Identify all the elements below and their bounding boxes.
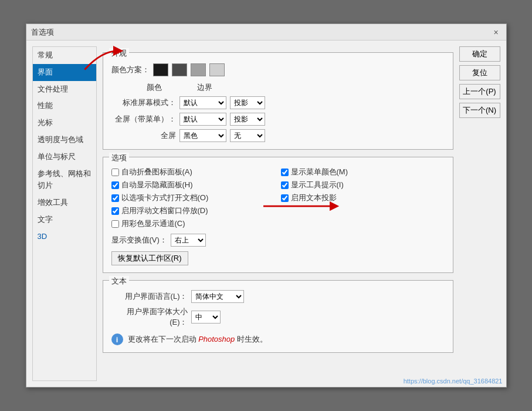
fullscreen-menu-label: 全屏（带菜单）：	[111, 114, 176, 124]
standard-screen-label: 标准屏幕模式：	[111, 97, 176, 108]
lang-label: 用户界面语言(L)：	[111, 291, 188, 302]
right-buttons: 确定 复位 上一个(P) 下一个(N)	[459, 46, 500, 381]
fullscreen-menu-border[interactable]: 投影	[230, 113, 265, 126]
menu-color-label: 显示菜单颜色(M)	[291, 167, 348, 177]
auto-show-label: 自动显示隐藏面板(H)	[121, 180, 193, 190]
options-section: 选项 自动折叠图标面板(A) 自动显示隐藏面板(H)	[103, 157, 453, 273]
left-checkboxes: 自动折叠图标面板(A) 自动显示隐藏面板(H) 以选项卡方式打开文档(O)	[111, 164, 275, 229]
sidebar-item-8[interactable]: 增效工具	[33, 194, 96, 211]
title-bar: 首选项 ×	[26, 24, 506, 41]
sidebar-item-7[interactable]: 参考线、网格和切片	[33, 166, 96, 195]
font-select[interactable]: 小 中 大	[191, 311, 221, 324]
tab-open-label: 以选项卡方式打开文档(O)	[121, 193, 209, 203]
swatch-2[interactable]	[172, 63, 187, 76]
text-section: 文本 用户界面语言(L)： 简体中文 用户界面字体大小(E)： 小 中 大	[103, 280, 453, 353]
color-channel-label: 用彩色显示通道(C)	[121, 218, 185, 229]
display-transform-label: 显示变换值(V)：	[111, 235, 167, 245]
color-header-row: 颜色 边界	[147, 82, 445, 93]
menu-color-checkbox[interactable]	[281, 169, 289, 176]
sidebar-item-6[interactable]: 单位与标尺	[33, 149, 96, 166]
swatch-4[interactable]	[209, 63, 225, 76]
dialog-title: 首选项	[31, 27, 54, 38]
info-icon: i	[111, 333, 123, 345]
content-area: 外观 颜色方案： 颜色 边界 标准屏幕模式： 默认	[103, 46, 453, 381]
tab-open-checkbox[interactable]	[111, 194, 119, 202]
color-scheme-label: 颜色方案：	[111, 65, 150, 75]
next-button[interactable]: 下一个(N)	[459, 103, 500, 118]
color-channel-checkbox[interactable]	[111, 220, 119, 228]
lang-row: 用户界面语言(L)： 简体中文	[111, 290, 445, 303]
cb-color-channel: 用彩色显示通道(C)	[111, 218, 275, 229]
options-title: 选项	[109, 153, 129, 163]
prev-button[interactable]: 上一个(P)	[459, 84, 500, 99]
restore-workspace-button[interactable]: 恢复默认工作区(R)	[111, 251, 188, 265]
checkboxes-grid: 自动折叠图标面板(A) 自动显示隐藏面板(H) 以选项卡方式打开文档(O)	[111, 164, 445, 229]
fullscreen-color[interactable]: 黑色	[179, 129, 226, 142]
fullscreen-menu-row: 全屏（带菜单）： 默认 投影	[111, 113, 445, 126]
tooltip-checkbox[interactable]	[281, 181, 289, 189]
lang-select[interactable]: 简体中文	[191, 290, 244, 303]
tooltip-label: 显示工具提示(I)	[291, 180, 344, 190]
swatch-3[interactable]	[191, 63, 206, 76]
sidebar-item-5[interactable]: 透明度与色域	[33, 132, 96, 149]
text-shadow-label: 启用文本投影	[291, 193, 337, 203]
cb-auto-collapse: 自动折叠图标面板(A)	[111, 167, 275, 177]
fullscreen-border[interactable]: 无	[230, 129, 265, 142]
cb-float-dock: 启用浮动文档窗口停放(D)	[111, 206, 275, 216]
right-checkboxes: 显示菜单颜色(M) 显示工具提示(I) 启用文本投影	[281, 164, 445, 229]
display-transform-row: 显示变换值(V)： 右上 左上 左下 右下	[111, 234, 445, 247]
watermark: https://blog.csdn.net/qq_31684821	[404, 378, 503, 385]
float-dock-label: 启用浮动文档窗口停放(D)	[121, 206, 208, 216]
auto-collapse-checkbox[interactable]	[111, 169, 119, 176]
col-border-header: 边界	[197, 82, 212, 93]
sidebar-item-3[interactable]: 性能	[33, 97, 96, 114]
dialog-body: 常规界面文件处理性能光标透明度与色域单位与标尺参考线、网格和切片增效工具文字3D…	[26, 41, 506, 387]
float-dock-checkbox[interactable]	[111, 207, 119, 215]
fullscreen-row: 全屏 黑色 无	[111, 129, 445, 142]
appearance-title: 外观	[109, 48, 129, 59]
fullscreen-menu-color[interactable]: 默认	[179, 113, 226, 126]
sidebar-item-10[interactable]: 3D	[33, 228, 96, 245]
standard-screen-border[interactable]: 投影	[230, 96, 265, 109]
info-row: i 更改将在下一次启动 Photoshop 时生效。	[111, 333, 445, 345]
sidebar: 常规界面文件处理性能光标透明度与色域单位与标尺参考线、网格和切片增效工具文字3D	[32, 46, 97, 381]
reset-button[interactable]: 复位	[459, 65, 500, 80]
color-scheme-row: 颜色方案：	[111, 63, 445, 76]
font-label: 用户界面字体大小(E)：	[111, 306, 188, 328]
preferences-dialog: 首选项 × 常规界面文件处理性能光标透明度与色域单位与标尺参考线、网格和切片增效…	[26, 23, 507, 388]
cb-menu-color: 显示菜单颜色(M)	[281, 167, 445, 177]
close-button[interactable]: ×	[491, 27, 501, 38]
cb-tooltip: 显示工具提示(I)	[281, 180, 445, 190]
font-row: 用户界面字体大小(E)： 小 中 大	[111, 306, 445, 328]
auto-collapse-label: 自动折叠图标面板(A)	[121, 167, 192, 177]
confirm-button[interactable]: 确定	[459, 46, 500, 62]
cb-auto-show: 自动显示隐藏面板(H)	[111, 180, 275, 190]
sidebar-item-4[interactable]: 光标	[33, 114, 96, 132]
cb-text-shadow: 启用文本投影	[281, 193, 445, 203]
swatch-1[interactable]	[153, 63, 168, 76]
display-transform-select[interactable]: 右上 左上 左下 右下	[171, 234, 206, 247]
text-shadow-checkbox[interactable]	[281, 194, 289, 202]
standard-screen-color[interactable]: 默认	[179, 96, 226, 109]
standard-screen-row: 标准屏幕模式： 默认 投影	[111, 96, 445, 109]
sidebar-item-0[interactable]: 常规	[33, 47, 96, 64]
col-color-header: 颜色	[147, 82, 162, 93]
sidebar-item-9[interactable]: 文字	[33, 211, 96, 228]
cb-tab-open: 以选项卡方式打开文档(O)	[111, 193, 275, 203]
photoshop-text: Photoshop	[198, 335, 235, 343]
sidebar-item-1[interactable]: 界面	[33, 64, 96, 81]
info-text: 更改将在下一次启动 Photoshop 时生效。	[128, 334, 267, 345]
auto-show-checkbox[interactable]	[111, 181, 119, 189]
sidebar-item-2[interactable]: 文件处理	[33, 81, 96, 98]
fullscreen-label: 全屏	[111, 130, 176, 141]
appearance-section: 外观 颜色方案： 颜色 边界 标准屏幕模式： 默认	[103, 52, 453, 150]
text-title: 文本	[109, 276, 129, 287]
